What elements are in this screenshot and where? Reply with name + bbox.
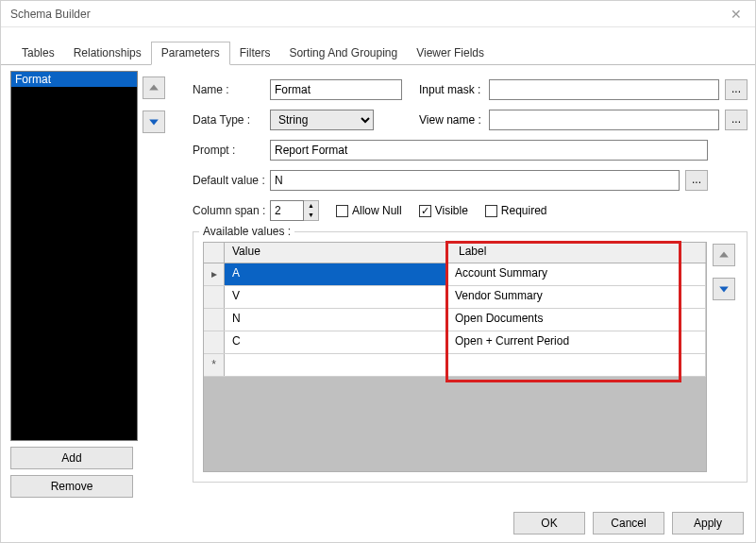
tab-strip: Tables Relationships Parameters Filters … [1, 27, 755, 65]
col-label-header[interactable]: Label [447, 243, 706, 263]
required-label: Required [501, 204, 547, 217]
tab-filters[interactable]: Filters [230, 42, 280, 64]
tab-relationships[interactable]: Relationships [64, 42, 151, 64]
available-values-group: Available values : Value Label ▸ A Accou… [193, 231, 748, 483]
grid-move-down-button[interactable] [713, 278, 735, 300]
grid-move-up-button[interactable] [713, 244, 735, 266]
inputmask-label: Input mask : [419, 83, 489, 96]
name-label: Name : [193, 83, 270, 96]
name-field[interactable] [270, 79, 402, 100]
allownull-label: Allow Null [352, 204, 402, 217]
spin-up-icon[interactable]: ▲ [304, 201, 318, 211]
row-marker-icon: * [204, 354, 225, 376]
row-header-corner [204, 243, 225, 263]
prompt-label: Prompt : [193, 144, 270, 157]
col-value-header[interactable]: Value [225, 243, 447, 263]
close-icon[interactable]: ✕ [731, 7, 742, 22]
cell-label[interactable]: Account Summary [447, 263, 706, 285]
table-row[interactable]: * [204, 354, 706, 377]
move-down-button[interactable] [143, 110, 165, 133]
cell-value[interactable] [225, 354, 447, 376]
colspan-label: Column span : [193, 204, 270, 217]
window-title: Schema Builder [1, 1, 755, 27]
add-button[interactable]: Add [10, 447, 133, 469]
inputmask-browse-button[interactable]: ... [725, 79, 748, 100]
table-row[interactable]: V Vendor Summary [204, 286, 706, 309]
table-row[interactable]: N Open Documents [204, 309, 706, 331]
spin-down-icon[interactable]: ▼ [304, 211, 318, 220]
inputmask-field[interactable] [489, 79, 719, 100]
list-item[interactable]: Format [11, 72, 137, 87]
row-marker-icon [204, 286, 225, 308]
parameter-list[interactable]: Format [10, 71, 138, 441]
required-checkbox[interactable]: Required [485, 204, 547, 217]
datatype-select[interactable]: String [270, 110, 374, 130]
cell-label[interactable]: Open + Current Period [447, 331, 706, 353]
colspan-input[interactable] [270, 200, 304, 221]
values-grid[interactable]: Value Label ▸ A Account Summary V Vendor… [203, 242, 707, 472]
row-marker-icon [204, 309, 225, 331]
cell-label[interactable]: Vendor Summary [447, 286, 706, 308]
ok-button[interactable]: OK [513, 512, 585, 535]
default-label: Default value : [193, 174, 270, 187]
table-row[interactable]: C Open + Current Period [204, 331, 706, 354]
cell-label[interactable]: Open Documents [447, 309, 706, 331]
cancel-button[interactable]: Cancel [593, 512, 664, 535]
colspan-spinner[interactable]: ▲▼ [270, 200, 319, 221]
move-up-button[interactable] [143, 76, 165, 99]
tab-sorting-grouping[interactable]: Sorting And Grouping [279, 42, 407, 64]
tab-tables[interactable]: Tables [12, 42, 64, 64]
viewname-browse-button[interactable]: ... [725, 110, 748, 130]
dialog-footer: OK Cancel Apply [513, 512, 744, 535]
prompt-field[interactable] [270, 140, 708, 161]
tab-viewer-fields[interactable]: Viewer Fields [407, 42, 494, 64]
visible-checkbox[interactable]: Visible [419, 204, 468, 217]
cell-label[interactable] [447, 354, 706, 376]
apply-button[interactable]: Apply [672, 512, 744, 535]
remove-button[interactable]: Remove [10, 475, 133, 498]
available-values-title: Available values : [199, 225, 294, 238]
default-field[interactable] [270, 170, 680, 191]
cell-value[interactable]: V [225, 286, 447, 308]
allownull-checkbox[interactable]: Allow Null [336, 204, 402, 217]
row-marker-icon [204, 331, 225, 353]
visible-label: Visible [435, 204, 468, 217]
cell-value[interactable]: C [225, 331, 447, 353]
tab-parameters[interactable]: Parameters [151, 42, 230, 65]
default-browse-button[interactable]: ... [685, 170, 708, 191]
datatype-label: Data Type : [193, 113, 270, 127]
table-row[interactable]: ▸ A Account Summary [204, 263, 706, 286]
viewname-field[interactable] [489, 110, 719, 130]
cell-value[interactable]: A [225, 263, 447, 285]
cell-value[interactable]: N [225, 309, 447, 331]
row-marker-icon: ▸ [204, 263, 225, 285]
viewname-label: View name : [419, 113, 489, 127]
